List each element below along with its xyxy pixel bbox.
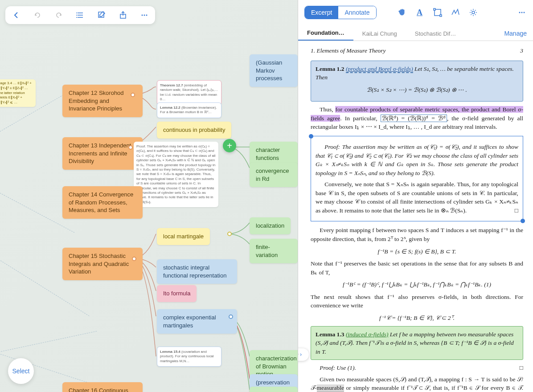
text-style-icon[interactable]: A xyxy=(415,8,425,17)
left-toolbar xyxy=(5,6,155,24)
svg-point-6 xyxy=(144,15,145,16)
lemma-kind: (induced σ-fields) xyxy=(346,331,389,338)
svg-point-0 xyxy=(76,12,77,13)
mindmap-node-local-mart[interactable]: local martingale xyxy=(157,228,210,245)
proof-p1: Proof: The assertion may be written as σ… xyxy=(316,143,518,177)
mindmap-node-imtg[interactable]: Imtg>0⇔ exp.Imtg xyxy=(250,387,298,392)
equation: f⁻¹B = {s ∈ S; f(s) ∈ B}, B ⊂ T. xyxy=(311,247,523,256)
select-mode-button[interactable]: Select xyxy=(8,358,34,384)
mindmap-node-conv-rd[interactable]: convergence in Rd xyxy=(250,163,298,187)
more-icon[interactable] xyxy=(517,8,527,17)
mode-segment: Excerpt Annotate xyxy=(304,6,377,19)
paragraph-next: The next result shows that f⁻¹ also pres… xyxy=(311,293,523,310)
proof-use: Proof: Use (1).□ xyxy=(311,363,523,372)
lemma-1-2-box[interactable]: Lemma 1.2 (product and Borel σ-fields) L… xyxy=(311,61,523,102)
redo-button[interactable] xyxy=(53,10,64,20)
crop-icon[interactable] xyxy=(433,8,443,17)
back-button[interactable] xyxy=(11,10,21,20)
share-button[interactable] xyxy=(118,10,128,20)
mindmap-node-ch13[interactable]: Chapter 13 Independent Increments and In… xyxy=(62,137,143,170)
mindmap-canvas[interactable]: page 3.4 … E‖Xₙ‖² + F‖Yₙ‖² ± E‖Zₙ‖² … th… xyxy=(0,0,298,392)
mindmap-node-excerpt-lem15[interactable]: Lemma 15.4 (covariation and product). Fo… xyxy=(157,347,221,367)
proof-p2: Conversely, we note that S = XₙSₙ is aga… xyxy=(316,180,518,215)
paragraph-thus: Thus, for countable products of separabl… xyxy=(311,105,523,131)
excerpt-title: Lemma 15.4 xyxy=(160,350,180,354)
svg-point-2 xyxy=(76,17,77,18)
manage-tabs-link[interactable]: Manage xyxy=(498,26,533,41)
svg-rect-10 xyxy=(440,15,442,16)
tab-stochastic[interactable]: Stochastic Dif… xyxy=(406,27,465,41)
svg-point-5 xyxy=(142,15,143,16)
mindmap-node-excerpt-lem12[interactable]: Lemma 12.2 (Brownian invariance). For a … xyxy=(157,102,221,118)
expand-dot[interactable] xyxy=(227,232,232,236)
tab-foundation[interactable]: Foundation… xyxy=(298,26,353,41)
mindmap-node-ch16[interactable]: Chapter 16 Continuous Martingales and Br… xyxy=(62,382,143,392)
highlight-gray[interactable]: measurable xyxy=(317,384,344,392)
excerpt-mode-button[interactable]: Excerpt xyxy=(305,6,338,19)
mindmap-node-excerpt[interactable]: page 3.4 … E‖Xₙ‖² + F‖Yₙ‖² ± E‖Zₙ‖² … th… xyxy=(0,79,36,107)
mindmap-node-complex-mart[interactable]: complex exponential martingales xyxy=(157,309,237,334)
mindmap-node-ito[interactable]: Ito formula xyxy=(157,285,197,302)
undo-button[interactable] xyxy=(32,10,43,20)
document-panel: Excerpt Annotate A Foundation… KaiLai Ch… xyxy=(298,0,533,392)
svg-point-12 xyxy=(519,12,521,13)
equation: f⁻¹𝒞 = {f⁻¹B; B ∈ 𝒞}, 𝒞 ⊂ 2ᵀ. xyxy=(311,314,523,323)
page-nav[interactable]: ‹ · › xyxy=(298,348,309,361)
expand-dot[interactable] xyxy=(128,145,133,150)
lemma-equation: ℬ(S₁ × S₂ × ⋯) = ℬ(S₁) ⊗ ℬ(S₂) ⊗ ⋯ . xyxy=(316,86,518,94)
mindmap-node-localization[interactable]: localization xyxy=(250,217,291,234)
outline-button[interactable] xyxy=(75,10,86,20)
lemma-1-3-box[interactable]: Lemma 1.3 (induced σ-fields) Let f be a … xyxy=(311,326,523,360)
page-number: 3 xyxy=(520,46,523,55)
edit-button[interactable] xyxy=(96,10,107,20)
boxed-formula[interactable]: ℬ(ℝᵈ) = (ℬ(ℝ))ᵈ = ℬᵈ xyxy=(381,114,447,122)
selection-handle[interactable] xyxy=(309,134,313,139)
proof-selection-box[interactable]: Proof: The assertion may be written as σ… xyxy=(311,136,523,222)
lasso-icon[interactable] xyxy=(451,8,460,17)
mindmap-node-ch15[interactable]: Chapter 15 Stochastic Integrals and Quad… xyxy=(62,248,143,280)
svg-point-13 xyxy=(521,12,523,13)
doc-content[interactable]: 1. Elements of Measure Theory 3 Lemma 1.… xyxy=(298,41,533,392)
qed-icon: □ xyxy=(506,206,518,215)
expand-dot[interactable] xyxy=(132,257,136,261)
paragraph-note: Note that f⁻¹ preserves the basic set op… xyxy=(311,259,523,277)
mindmap-panel: page 3.4 … E‖Xₙ‖² + F‖Yₙ‖² ± E‖Zₙ‖² … th… xyxy=(0,0,298,392)
doc-tabs: Foundation… KaiLai Chung Stochastic Dif…… xyxy=(298,25,533,41)
lemma-kind: (product and Borel σ-fields) xyxy=(346,65,413,73)
svg-point-7 xyxy=(146,15,148,16)
annotate-mode-button[interactable]: Annotate xyxy=(338,6,376,19)
qed-icon: □ xyxy=(511,363,523,372)
mindmap-node-proof-excerpt[interactable]: Proof. The assertion may be written as σ… xyxy=(134,142,218,207)
lemma-title: Lemma 1.2 xyxy=(316,65,344,72)
svg-rect-9 xyxy=(434,8,435,10)
hand-tool-icon[interactable] xyxy=(397,8,407,17)
mindmap-node-finite-var[interactable]: finite-variation xyxy=(250,239,298,263)
svg-point-1 xyxy=(76,15,77,16)
tab-kailai[interactable]: KaiLai Chung xyxy=(353,27,406,41)
excerpt-title: Lemma 12.2 xyxy=(160,106,180,110)
svg-point-14 xyxy=(524,12,525,13)
selection-handle[interactable] xyxy=(521,219,525,223)
add-node-button[interactable]: + xyxy=(223,139,236,152)
lemma-body: Let f be a mapping between two measurabl… xyxy=(316,331,514,355)
right-toolbar: Excerpt Annotate A xyxy=(298,0,533,25)
lemma-body: Let S₁, S₂, … be separable metric spaces… xyxy=(316,65,514,81)
expand-dot[interactable] xyxy=(131,93,135,97)
mindmap-node-ch12[interactable]: Chapter 12 Skorohod Embedding and Invari… xyxy=(62,85,143,117)
expand-dot[interactable] xyxy=(229,314,233,319)
mindmap-node-gaussian[interactable]: (Gaussian Markov processes xyxy=(250,54,298,87)
excerpt-title: Theorem 12.7 xyxy=(160,83,183,87)
more-button[interactable] xyxy=(139,10,150,20)
mindmap-node-cont-prob[interactable]: continuous in probability xyxy=(157,122,231,139)
equation: f⁻¹Bᶜ = (f⁻¹B)ᶜ, f⁻¹⋃ₖBₖ = ⋃ₖf⁻¹Bₖ, f⁻¹⋂… xyxy=(311,280,523,289)
doc-header: 1. Elements of Measure Theory 3 xyxy=(311,46,523,55)
section-title: 1. Elements of Measure Theory xyxy=(311,46,386,55)
mindmap-node-excerpt-th12[interactable]: Theorem 12.7 (embedding of random walk; … xyxy=(157,80,221,105)
paragraph-given: Given two measurable spaces (S,𝒮) and (T… xyxy=(311,375,523,392)
mindmap-node-ch14[interactable]: Chapter 14 Convergence of Random Process… xyxy=(62,186,143,219)
paragraph-map: Every point mapping f between two spaces… xyxy=(311,226,523,243)
mindmap-node-stoch-int[interactable]: stochastic integral functional represent… xyxy=(157,259,237,284)
lemma-title: Lemma 1.3 xyxy=(316,331,344,338)
settings-icon[interactable] xyxy=(468,8,478,17)
svg-point-11 xyxy=(472,11,475,14)
